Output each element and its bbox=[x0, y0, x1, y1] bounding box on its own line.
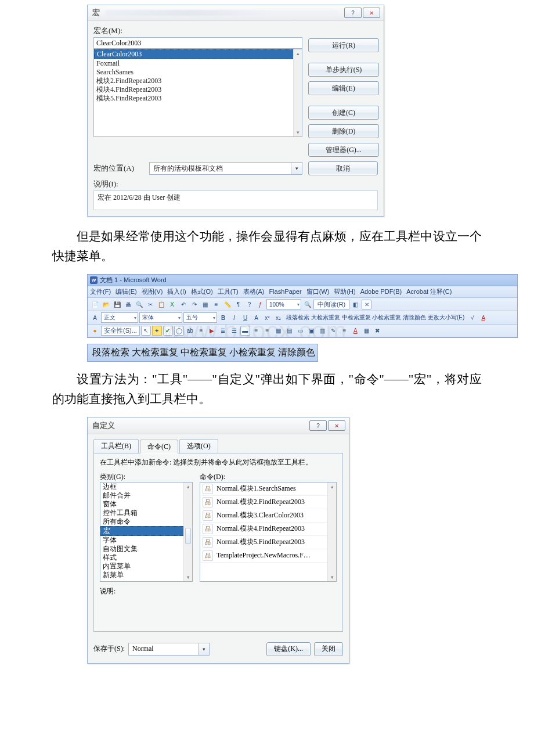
macro-list-item[interactable]: 模块5.FindRepeat2003 bbox=[94, 94, 294, 103]
dist-icon[interactable]: ☰ bbox=[229, 326, 239, 336]
ab-icon[interactable]: ab bbox=[185, 326, 195, 336]
category-item[interactable]: 邮件合并 bbox=[100, 491, 184, 500]
bold-icon[interactable]: B bbox=[218, 313, 228, 323]
dialog2-close-button[interactable]: ✕ bbox=[328, 420, 345, 431]
category-item[interactable]: 宏 bbox=[100, 526, 184, 536]
print-icon[interactable]: 🖶 bbox=[123, 300, 133, 309]
command-item[interactable]: 品Normal.模块1.SearchSames bbox=[200, 483, 328, 496]
macro-list-item[interactable]: SearchSames bbox=[94, 68, 294, 77]
category-item[interactable]: 自动图文集 bbox=[100, 545, 184, 553]
macro-location-combo[interactable]: 所有的活动模板和文档 ▾ bbox=[149, 162, 302, 175]
read-mode-button[interactable]: 中阅读(R) bbox=[313, 300, 349, 309]
scroll-down-icon[interactable]: ▾ bbox=[328, 573, 336, 581]
word-menu-item[interactable]: 窗口(W) bbox=[306, 288, 330, 295]
preview-icon[interactable]: 🔍 bbox=[134, 300, 144, 309]
align-j-icon[interactable]: ≡ bbox=[262, 326, 272, 336]
magnify-icon[interactable]: 🔍 bbox=[302, 300, 312, 309]
word-menu-item[interactable]: Adobe PDF(B) bbox=[360, 288, 402, 295]
word-menu-item[interactable]: 表格(A) bbox=[243, 288, 265, 295]
word-menu-item[interactable]: 编辑(E) bbox=[116, 288, 137, 295]
close-button[interactable]: ✕ bbox=[363, 8, 380, 18]
tb-icon-c[interactable]: ▥ bbox=[317, 326, 327, 336]
word-menu-item[interactable]: 插入(I) bbox=[167, 288, 186, 295]
highlight-icon[interactable]: ▬ bbox=[240, 326, 250, 336]
category-item[interactable]: 窗体 bbox=[100, 500, 184, 509]
keyboard-button[interactable]: 键盘(K)... bbox=[266, 642, 311, 656]
scroll-up-icon[interactable]: ▴ bbox=[184, 483, 192, 491]
tb-icon-a[interactable]: ▭ bbox=[295, 326, 305, 336]
tb-icon-b[interactable]: ▣ bbox=[306, 326, 316, 336]
command-item[interactable]: 品Normal.模块5.FindRepeat2003 bbox=[200, 536, 328, 549]
grid-icon[interactable]: ▦ bbox=[273, 326, 283, 336]
close-doc-icon[interactable]: ✕ bbox=[362, 300, 371, 309]
scroll-up-icon[interactable]: ▴ bbox=[328, 483, 336, 491]
security-button[interactable]: 安全性(S)... bbox=[101, 326, 140, 336]
scrollbar[interactable]: ▴ ▾ bbox=[327, 483, 336, 581]
scroll-down-icon[interactable]: ▾ bbox=[184, 573, 192, 581]
macro-list-item[interactable]: 模块4.FindRepeat2003 bbox=[94, 85, 294, 94]
sup-icon[interactable]: x² bbox=[262, 313, 272, 323]
fontsize-combo[interactable]: 五号 bbox=[183, 312, 217, 323]
macro-listbox[interactable]: ClearColor2003FoxmailSearchSames模块2.Find… bbox=[93, 49, 302, 137]
undo-icon[interactable]: ↶ bbox=[178, 300, 188, 309]
manager-button[interactable]: 管理器(G)... bbox=[308, 143, 379, 157]
word-menu-item[interactable]: 文件(F) bbox=[90, 288, 111, 295]
style-combo[interactable]: 正文 bbox=[101, 312, 138, 323]
macro-list-item[interactable]: 模块2.FindRepeat2003 bbox=[94, 77, 294, 85]
tb-icon-g[interactable]: ✖ bbox=[373, 326, 383, 336]
vb-icon[interactable]: ✦ bbox=[152, 326, 162, 336]
custom-toolbar-item[interactable]: 小检索重复 bbox=[229, 347, 276, 357]
command-item[interactable]: 品TemplateProject.NewMacros.F… bbox=[200, 549, 328, 563]
fontcolor-icon[interactable]: A bbox=[478, 313, 488, 323]
pointer-icon[interactable]: ↖ bbox=[141, 326, 151, 336]
save-icon[interactable]: 💾 bbox=[112, 300, 122, 309]
chevron-down-icon[interactable]: ▾ bbox=[198, 643, 209, 655]
help-icon-tb[interactable]: ? bbox=[244, 300, 254, 309]
open-icon[interactable]: 📂 bbox=[101, 300, 111, 309]
macro-name-input[interactable] bbox=[93, 37, 302, 49]
category-item[interactable]: 字体 bbox=[100, 536, 184, 545]
italic-icon[interactable]: I bbox=[229, 313, 239, 323]
create-button[interactable]: 创建(C) bbox=[308, 106, 379, 120]
play-icon[interactable]: ▶ bbox=[207, 326, 217, 336]
zoom-combo[interactable]: 100% bbox=[266, 299, 301, 309]
word-menu-item[interactable]: 格式(O) bbox=[191, 288, 213, 295]
category-item[interactable]: 样式 bbox=[100, 553, 184, 562]
scroll-up-icon[interactable]: ▴ bbox=[294, 49, 302, 57]
sqrt-icon[interactable]: √ bbox=[467, 313, 477, 323]
tb-icon-d[interactable]: ✎ bbox=[329, 326, 338, 336]
category-item[interactable]: 所有命令 bbox=[100, 517, 184, 526]
paste-icon[interactable]: 📋 bbox=[156, 300, 166, 309]
circle-icon-tb[interactable]: ◯ bbox=[174, 326, 184, 336]
tab-toolbars[interactable]: 工具栏(B) bbox=[93, 439, 139, 453]
cancel-button[interactable]: 取消 bbox=[308, 161, 378, 175]
word-menu-item[interactable]: 帮助(H) bbox=[334, 288, 355, 295]
pilcrow-icon[interactable]: ¶ bbox=[233, 300, 243, 309]
category-item[interactable]: 边框 bbox=[100, 483, 184, 491]
eq-icon[interactable]: ≡ bbox=[196, 326, 206, 336]
command-item[interactable]: 品Normal.模块3.ClearColor2003 bbox=[200, 509, 328, 523]
category-item[interactable]: 新菜单 bbox=[100, 571, 184, 579]
style-icon[interactable]: A bbox=[90, 313, 100, 323]
scroll-thumb[interactable] bbox=[185, 528, 191, 544]
bullet-icon[interactable]: ● bbox=[90, 326, 100, 336]
chart-icon[interactable]: ▤ bbox=[284, 326, 294, 336]
help-button[interactable]: ? bbox=[344, 8, 362, 18]
save-in-combo[interactable]: Normal ▾ bbox=[128, 643, 210, 656]
command-listbox[interactable]: 品Normal.模块1.SearchSames品Normal.模块2.FindR… bbox=[200, 482, 337, 582]
new-doc-icon[interactable]: 📄 bbox=[90, 300, 100, 309]
chevron-down-icon[interactable]: ▾ bbox=[291, 163, 302, 174]
word-menu-item[interactable]: Acrobat 注释(C) bbox=[406, 288, 452, 295]
word-menu-item[interactable]: 工具(T) bbox=[218, 288, 239, 295]
align-center-icon[interactable]: ≣ bbox=[218, 326, 228, 336]
category-item[interactable]: 内置菜单 bbox=[100, 562, 184, 571]
word-menu-item[interactable]: 视图(V) bbox=[142, 288, 163, 295]
category-item[interactable]: 控件工具箱 bbox=[100, 509, 184, 517]
dialog2-help-button[interactable]: ? bbox=[309, 420, 327, 431]
align-left-icon[interactable]: ≡ bbox=[251, 326, 261, 336]
scroll-down-icon[interactable]: ▾ bbox=[294, 128, 302, 136]
word-menu-item[interactable]: FlashPaper bbox=[269, 288, 301, 295]
check-icon[interactable]: ✔ bbox=[163, 326, 173, 336]
run-button[interactable]: 运行(R) bbox=[308, 38, 379, 52]
tab-options[interactable]: 选项(O) bbox=[179, 439, 218, 453]
